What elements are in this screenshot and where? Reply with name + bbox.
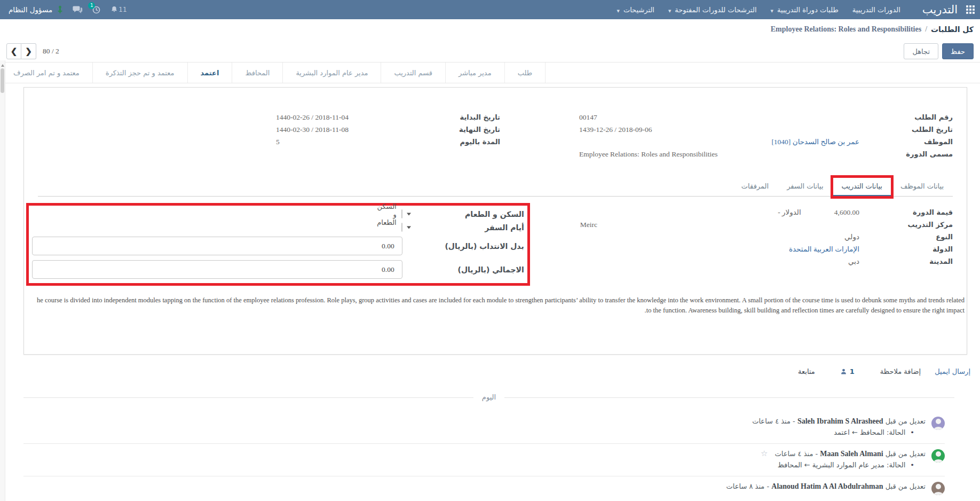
- training-app-window: { "topbar": { "app_title": "التدريب", "m…: [0, 0, 980, 501]
- tab-travel-data[interactable]: بيانات السفر: [778, 177, 832, 197]
- tab-training-data-active-annotated[interactable]: بيانات التدريب: [833, 177, 891, 197]
- training-fields-right-column: قيمة الدورة 4,600.00 - الدولار مركز التد…: [580, 203, 953, 286]
- bell-icon: [110, 5, 118, 14]
- status-direct-manager[interactable]: مدير مباشر: [445, 62, 504, 83]
- field-label: النوع: [859, 232, 953, 242]
- status-governor[interactable]: المحافظ: [232, 62, 282, 83]
- topbar-right-cluster: 11 1 مسؤول النظام: [5, 5, 129, 14]
- field-travel-days: أيام السفر: [32, 223, 524, 232]
- field-request-number: رقم الطلب 00147: [579, 112, 953, 124]
- status-approved-active[interactable]: اعتمد: [187, 62, 232, 83]
- chat-bubbles-icon: [73, 5, 83, 14]
- field-start-date: تاريخ البداية 1440-02-26 / 2018-11-04: [276, 112, 500, 124]
- field-end-date: تاريخ النهاية 1440-02-30 / 2018-11-08: [276, 124, 500, 137]
- status-hr-general-manager[interactable]: مدير عام الموارد البشرية: [282, 62, 381, 83]
- field-total-riyal: الاجمالي (بالريال): [32, 260, 524, 279]
- form-sheet: رقم الطلب 00147 تاريخ الطلب 1439-12-26 /…: [23, 87, 967, 355]
- menu-training-courses[interactable]: الدورات التدريبية: [845, 0, 907, 19]
- travel-days-select[interactable]: [401, 223, 402, 232]
- end-date-value: 1440-02-30 / 2018-11-08: [276, 124, 404, 135]
- chevron-down-icon: [617, 6, 620, 14]
- followers-count: 1: [850, 367, 855, 375]
- modified-by-text: تعديل من قبل: [886, 482, 926, 490]
- field-label: رقم الطلب: [859, 112, 953, 123]
- message-header: تعديل من قبل Maan Saleh Almani - منذ ٤ س…: [23, 449, 926, 458]
- user-menu[interactable]: مسؤول النظام: [9, 5, 64, 14]
- pager-next-button[interactable]: ❯: [21, 43, 36, 59]
- activity-badge: 1: [88, 2, 95, 9]
- status-request[interactable]: طلب: [504, 62, 546, 83]
- field-assignment-allowance: بدل الانتداب (بالريال): [32, 237, 524, 255]
- avatar: [931, 449, 945, 463]
- status-ticket-booked[interactable]: معتمد و تم حجز التذكرة: [92, 62, 187, 83]
- modified-by-text: تعديل من قبل: [886, 450, 926, 458]
- add-note-button[interactable]: إضافة ملاحظة: [880, 367, 921, 375]
- save-button[interactable]: حفظ: [942, 43, 974, 59]
- app-title-training[interactable]: التدريب: [922, 3, 958, 16]
- training-tab-pane: قيمة الدورة 4,600.00 - الدولار مركز التد…: [38, 203, 953, 286]
- messages-button[interactable]: [73, 5, 83, 14]
- field-course-value: قيمة الدورة 4,600.00 - الدولار: [580, 207, 953, 220]
- breadcrumb-current-record: Employee Relations: Roles and Responsibi…: [771, 25, 921, 34]
- message-row: تعديل من قبل Alanoud Hatim A Al Abdulrah…: [23, 476, 945, 501]
- breadcrumb-separator: /: [925, 25, 927, 34]
- message-body: تعديل من قبل Saleh Ibrahim S Alrasheed -…: [23, 417, 926, 436]
- status-change-note: الحالة: مدير عام الموارد البشرية ← المحا…: [23, 461, 926, 469]
- workflow-statusbar: طلب مدير مباشر قسم التدريب مدير عام المو…: [0, 62, 980, 83]
- breadcrumb-all-requests-link[interactable]: كل الطلبات: [931, 25, 974, 34]
- selected-option: السكن و الطعام: [377, 202, 397, 226]
- course-title-value: Employee Relations: Roles and Responsibi…: [579, 149, 859, 160]
- message-author: Saleh Ibrahim S Alrasheed: [797, 417, 883, 425]
- menu-label: الترشحات للدورات المفتوحة: [675, 6, 756, 14]
- course-value-amount: 4,600.00: [834, 207, 859, 218]
- dropdown-arrow-icon: [407, 226, 411, 231]
- menu-course-requests[interactable]: طلبات دوراة التدريبية: [764, 0, 845, 19]
- pager-previous-button[interactable]: ❮: [6, 43, 21, 59]
- menu-nominations[interactable]: الترشيحات: [610, 0, 661, 19]
- field-label: قيمة الدورة: [859, 207, 953, 218]
- scroll-up-arrow-icon[interactable]: [1, 62, 4, 67]
- training-center-value: Meirc: [580, 220, 859, 230]
- tab-attachments[interactable]: المرفقات: [732, 177, 778, 197]
- status-training-dept[interactable]: قسم التدريب: [381, 62, 445, 83]
- discard-button[interactable]: تجاهل: [904, 43, 938, 59]
- start-date-value: 1440-02-26 / 2018-11-04: [276, 112, 404, 123]
- notifications-button[interactable]: 11: [110, 5, 128, 14]
- avatar: [931, 482, 945, 495]
- follow-button[interactable]: متابعة: [798, 367, 815, 375]
- tab-employee-data[interactable]: بيانات الموظف: [891, 177, 953, 197]
- menu-label: طلبات دوراة التدريبية: [777, 6, 839, 14]
- star-icon[interactable]: [761, 449, 768, 458]
- status-payment-ordered[interactable]: معتمد و تم امر الصرف: [0, 62, 92, 83]
- chevron-left-icon: ❮: [11, 46, 18, 56]
- scrollbar-thumb[interactable]: [1, 68, 4, 93]
- user-name: مسؤول النظام: [9, 5, 52, 14]
- message-author: Alanoud Hatim A Al Abdulrahman: [771, 482, 883, 490]
- send-email-button[interactable]: إرسال ايميل: [935, 367, 970, 375]
- employee-link[interactable]: [1040] عمر بن صالح السدحان: [771, 138, 859, 146]
- chatter-actions: إرسال ايميل إضافة ملاحظة 1 متابعة: [0, 367, 970, 375]
- total-riyal-input[interactable]: [32, 260, 402, 279]
- request-number-value: 00147: [579, 112, 859, 123]
- duration-days-value: 5: [276, 137, 404, 147]
- field-type: النوع دولي: [580, 232, 953, 244]
- chatter: إرسال ايميل إضافة ملاحظة 1 متابعة اليوم …: [0, 355, 980, 501]
- message-row: تعديل من قبل Saleh Ibrahim S Alrasheed -…: [23, 411, 945, 444]
- menu-open-course-nominations[interactable]: الترشحات للدورات المفتوحة: [661, 0, 764, 19]
- assignment-allowance-input[interactable]: [32, 237, 402, 255]
- apps-grid-icon[interactable]: [966, 5, 975, 14]
- chevron-down-icon: [668, 6, 671, 14]
- country-link[interactable]: الإمارات العربية المتحدة: [789, 245, 859, 253]
- field-label: تاريخ النهاية: [404, 124, 500, 135]
- field-label: السكن و الطعام: [402, 210, 524, 218]
- field-lodging-meals: السكن و الطعام السكن و الطعام: [32, 210, 524, 218]
- message-body: تعديل من قبل Alanoud Hatim A Al Abdulrah…: [23, 482, 926, 495]
- pager-buttons: ❮ ❯: [6, 43, 36, 59]
- followers-button[interactable]: 1: [840, 367, 855, 375]
- activities-button[interactable]: 1: [92, 5, 101, 14]
- lodging-meals-select[interactable]: السكن و الطعام: [401, 209, 402, 218]
- field-course-title: مسمى الدورة Employee Relations: Roles an…: [579, 149, 953, 161]
- message-row: تعديل من قبل Maan Saleh Almani - منذ ٤ س…: [23, 444, 945, 476]
- vertical-scrollbar[interactable]: [0, 60, 5, 501]
- menu-label: الترشيحات: [623, 6, 654, 14]
